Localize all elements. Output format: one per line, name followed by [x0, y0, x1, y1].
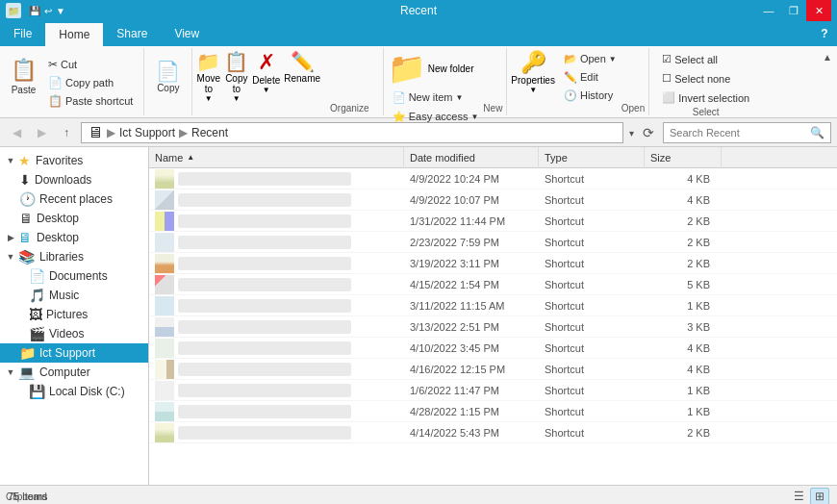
col-header-size[interactable]: Size	[645, 147, 722, 168]
forward-button[interactable]: ▶	[31, 122, 52, 143]
rename-button[interactable]: ✏️ Rename	[284, 50, 320, 103]
breadcrumb-ict[interactable]: Ict Support	[115, 126, 179, 139]
file-thumbnail	[155, 275, 174, 294]
sidebar-item-desktop1[interactable]: 🖥 Desktop	[0, 209, 148, 228]
file-name-cell	[149, 254, 404, 273]
tab-share[interactable]: Share	[103, 21, 161, 46]
copy-button[interactable]: 📄 Copy	[150, 50, 186, 102]
table-row[interactable]: 2/23/2022 7:59 PM Shortcut 2 KB	[149, 232, 837, 253]
favorites-star-icon: ★	[18, 153, 31, 168]
edit-button[interactable]: ✏️ Edit	[559, 68, 621, 86]
restore-button[interactable]: ❐	[781, 0, 806, 21]
sidebar-desktop-header[interactable]: ▶ 🖥 Desktop	[0, 228, 148, 247]
sidebar-item-videos[interactable]: 🎬 Videos	[0, 324, 148, 343]
pictures-label: Pictures	[46, 308, 88, 321]
move-to-button[interactable]: 📁 Move to ▼	[196, 50, 220, 103]
music-label: Music	[49, 289, 79, 302]
sidebar-item-recent-places[interactable]: 🕐 Recent places	[0, 189, 148, 209]
paste-shortcut-button[interactable]: 📋 Paste shortcut	[43, 92, 138, 110]
table-row[interactable]: 3/19/2022 3:11 PM Shortcut 2 KB	[149, 253, 837, 274]
copy-path-icon: 📄	[48, 76, 63, 89]
details-view-button[interactable]: ☰	[789, 488, 808, 505]
cut-button[interactable]: ✂ Cut	[43, 56, 138, 73]
file-name-placeholder	[178, 363, 351, 376]
back-button[interactable]: ◀	[6, 122, 27, 143]
large-icon-view-button[interactable]: ⊞	[810, 488, 829, 505]
file-type-cell: Shortcut	[539, 173, 645, 185]
refresh-button[interactable]: ⟳	[638, 122, 659, 143]
select-all-button[interactable]: ☑ Select all	[657, 51, 754, 68]
address-dropdown[interactable]: ▾	[629, 126, 634, 139]
new-folder-button[interactable]: 📁 New folder	[388, 50, 484, 87]
quick-access-dropdown[interactable]: ▼	[56, 6, 65, 16]
ict-support-label: Ict Support	[39, 346, 95, 360]
file-date-cell: 4/10/2022 3:45 PM	[404, 342, 539, 354]
quick-access-undo[interactable]: ↩	[44, 6, 52, 16]
sidebar-computer-header[interactable]: ▼ 💻 Computer	[0, 363, 148, 382]
minimize-button[interactable]: —	[756, 0, 781, 21]
breadcrumb-recent[interactable]: Recent	[188, 126, 232, 139]
file-date-cell: 4/16/2022 12:15 PM	[404, 364, 539, 375]
sidebar-item-documents[interactable]: 📄 Documents	[0, 266, 148, 286]
sidebar-item-music[interactable]: 🎵 Music	[0, 286, 148, 305]
copy-to-button[interactable]: 📋 Copy to ▼	[224, 50, 248, 103]
table-row[interactable]: 1/6/2022 11:47 PM Shortcut 1 KB	[149, 380, 837, 401]
sidebar-item-local-disk[interactable]: 💾 Local Disk (C:)	[0, 382, 148, 401]
table-row[interactable]: 4/9/2022 10:07 PM Shortcut 4 KB	[149, 189, 837, 211]
table-row[interactable]: 4/9/2022 10:24 PM Shortcut 4 KB	[149, 168, 837, 189]
sidebar-item-downloads[interactable]: ⬇ Downloads	[0, 170, 148, 189]
table-row[interactable]: 1/31/2022 11:44 PM Shortcut 2 KB	[149, 211, 837, 232]
tab-file[interactable]: File	[0, 21, 45, 46]
close-button[interactable]: ✕	[806, 0, 831, 21]
properties-button[interactable]: 🔑 Properties ▼	[511, 50, 555, 94]
col-header-date[interactable]: Date modified	[404, 147, 539, 168]
up-button[interactable]: ↑	[56, 122, 77, 143]
table-row[interactable]: 3/13/2022 2:51 PM Shortcut 3 KB	[149, 316, 837, 338]
delete-button[interactable]: ✗ Delete ▼	[252, 50, 280, 103]
invert-selection-button[interactable]: ⬜ Invert selection	[657, 89, 754, 107]
history-icon: 🕐	[564, 89, 577, 102]
history-button[interactable]: 🕐 History	[559, 87, 621, 104]
copy-path-button[interactable]: 📄 Copy path	[43, 74, 138, 91]
ribbon-collapse-button[interactable]: ▲	[820, 50, 835, 63]
file-list[interactable]: 4/9/2022 10:24 PM Shortcut 4 KB 4/9/2022…	[149, 168, 837, 485]
local-disk-icon: 💾	[29, 384, 45, 399]
col-header-type[interactable]: Type	[539, 147, 645, 168]
search-input[interactable]	[670, 127, 810, 139]
file-type-cell: Shortcut	[539, 194, 645, 206]
desktop2-icon: 🖥	[18, 230, 32, 245]
tab-view[interactable]: View	[161, 21, 213, 46]
file-name-cell	[149, 339, 404, 358]
sidebar-item-pictures[interactable]: 🖼 Pictures	[0, 305, 148, 324]
file-name-cell	[149, 317, 404, 337]
col-header-name[interactable]: Name ▲	[149, 147, 404, 168]
table-row[interactable]: 4/15/2022 1:54 PM Shortcut 5 KB	[149, 274, 837, 295]
file-thumbnail	[155, 296, 174, 315]
breadcrumb[interactable]: 🖥 ▶ Ict Support ▶ Recent	[81, 122, 623, 143]
table-row[interactable]: 4/10/2022 3:45 PM Shortcut 4 KB	[149, 338, 837, 359]
file-thumbnail	[155, 381, 174, 400]
sidebar-libraries-header[interactable]: ▼ 📚 Libraries	[0, 247, 148, 266]
table-row[interactable]: 4/28/2022 1:15 PM Shortcut 1 KB	[149, 401, 837, 422]
easy-access-arrow: ▼	[470, 113, 478, 121]
select-none-button[interactable]: ☐ Select none	[657, 70, 754, 88]
paste-button[interactable]: 📋 Paste	[6, 50, 41, 104]
move-to-icon: 📁	[196, 50, 220, 73]
sidebar-item-ict-support[interactable]: 📁 Ict Support	[0, 343, 148, 363]
tab-home[interactable]: Home	[45, 21, 103, 46]
table-row[interactable]: 4/16/2022 12:15 PM Shortcut 4 KB	[149, 359, 837, 380]
file-name-cell	[149, 169, 404, 189]
organize-label: Organize	[320, 103, 379, 113]
open-button[interactable]: 📂 Open ▼	[559, 50, 621, 67]
file-list-header: Name ▲ Date modified Type Size	[149, 147, 837, 168]
search-icon: 🔍	[810, 126, 824, 139]
documents-label: Documents	[49, 269, 108, 283]
sidebar-favorites-header[interactable]: ▼ ★ Favorites	[0, 151, 148, 170]
table-row[interactable]: 3/11/2022 11:15 AM Shortcut 1 KB	[149, 295, 837, 316]
table-row[interactable]: 4/14/2022 5:43 PM Shortcut 2 KB	[149, 422, 837, 443]
quick-access-save[interactable]: 💾	[29, 6, 40, 16]
help-button[interactable]: ?	[812, 21, 837, 46]
app-icon: 📁	[6, 3, 21, 18]
file-name-placeholder	[178, 236, 351, 249]
new-item-button[interactable]: 📄 New item ▼	[388, 88, 484, 106]
